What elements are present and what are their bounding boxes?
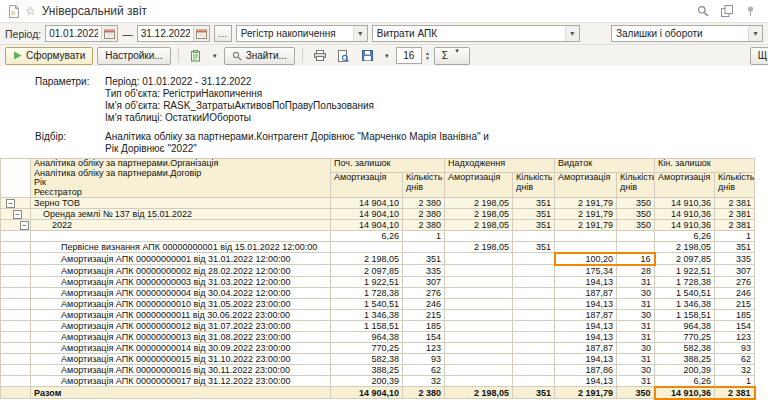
save-icon[interactable] xyxy=(358,47,378,65)
value-cell[interactable]: 335 xyxy=(403,265,445,277)
value-cell[interactable]: 582,38 xyxy=(331,353,403,364)
value-cell[interactable]: 1 922,51 xyxy=(655,265,715,277)
subcolumn-header[interactable]: Кількість днів xyxy=(403,173,445,198)
value-cell[interactable]: 350 xyxy=(617,387,655,399)
value-cell[interactable]: 307 xyxy=(403,276,445,287)
value-cell[interactable] xyxy=(513,309,555,320)
value-cell[interactable]: 351 xyxy=(513,242,555,253)
value-cell[interactable] xyxy=(331,242,403,253)
object-name-select[interactable]: Витрати АПК ▾ xyxy=(372,25,580,42)
object-type-select[interactable]: Регістр накопичення ▾ xyxy=(236,25,368,42)
value-cell[interactable]: 62 xyxy=(403,364,445,375)
value-cell[interactable]: 62 xyxy=(715,353,755,364)
value-cell[interactable]: 14 910,36 xyxy=(655,387,715,399)
value-cell[interactable]: 1 540,51 xyxy=(331,298,403,309)
calendar-icon[interactable] xyxy=(101,26,117,41)
more-button[interactable]: Щ xyxy=(750,47,768,65)
value-cell[interactable]: 1 xyxy=(715,231,755,242)
value-cell[interactable]: 185 xyxy=(715,309,755,320)
value-cell[interactable] xyxy=(617,242,655,253)
value-cell[interactable]: 187,87 xyxy=(555,287,617,298)
value-cell[interactable]: 2 191,79 xyxy=(555,387,617,399)
value-cell[interactable]: 770,25 xyxy=(655,331,715,342)
subcolumn-header[interactable]: Амортизація xyxy=(445,173,513,198)
value-cell[interactable]: 1 728,38 xyxy=(655,276,715,287)
value-cell[interactable]: 187,86 xyxy=(555,364,617,375)
value-cell[interactable]: 2 198,05 xyxy=(331,253,403,265)
precision-spinner[interactable]: ▲▼ xyxy=(425,51,430,61)
row-label-cell[interactable]: Амортизація АПК 00000000017 від 31.12.20… xyxy=(31,375,331,387)
value-cell[interactable]: 194,13 xyxy=(555,276,617,287)
value-cell[interactable]: 123 xyxy=(715,331,755,342)
value-cell[interactable]: 351 xyxy=(513,387,555,399)
value-cell[interactable]: 351 xyxy=(513,198,555,209)
subcolumn-header[interactable]: Амортизація xyxy=(331,173,403,198)
value-cell[interactable]: 31 xyxy=(617,331,655,342)
value-cell[interactable] xyxy=(513,342,555,353)
value-cell[interactable]: 194,13 xyxy=(555,353,617,364)
row-label-cell[interactable]: Разом xyxy=(31,387,331,399)
save-caret[interactable]: ▾ xyxy=(382,47,392,65)
value-cell[interactable]: 194,13 xyxy=(555,320,617,331)
windows-icon[interactable] xyxy=(721,5,733,17)
value-cell[interactable]: 32 xyxy=(715,364,755,375)
row-label-cell[interactable]: Амортизація АПК 00000000011 від 30.06.20… xyxy=(31,309,331,320)
subcolumn-header[interactable]: Амортизація xyxy=(555,173,617,198)
value-cell[interactable]: 2 380 xyxy=(403,387,445,399)
row-label-cell[interactable]: Оренда землі № 137 від 15.01.2022 xyxy=(31,209,331,220)
value-cell[interactable]: 14 904,10 xyxy=(331,220,403,231)
value-cell[interactable]: 14 904,10 xyxy=(331,198,403,209)
value-cell[interactable]: 14 910,36 xyxy=(655,209,715,220)
value-cell[interactable]: 31 xyxy=(617,353,655,364)
value-cell[interactable]: 1 922,51 xyxy=(331,276,403,287)
value-cell[interactable]: 1 728,38 xyxy=(331,287,403,298)
value-cell[interactable] xyxy=(445,309,513,320)
row-label-cell[interactable]: Зерно ТОВ xyxy=(31,198,331,209)
value-cell[interactable]: 185 xyxy=(403,320,445,331)
sum-button[interactable]: Σ ▾ xyxy=(434,47,470,65)
value-cell[interactable]: 175,34 xyxy=(555,265,617,277)
value-cell[interactable]: 2 198,05 xyxy=(445,209,513,220)
value-cell[interactable] xyxy=(513,364,555,375)
value-cell[interactable]: 351 xyxy=(513,220,555,231)
row-label-cell[interactable]: Амортизація АПК 00000000013 від 31.08.20… xyxy=(31,331,331,342)
row-label-cell[interactable]: Амортизація АПК 00000000015 від 31.10.20… xyxy=(31,353,331,364)
date-from-input[interactable] xyxy=(46,26,101,41)
row-label-cell[interactable]: Амортизація АПК 00000000001 від 31.01.20… xyxy=(31,253,331,265)
value-cell[interactable]: 2 198,05 xyxy=(445,198,513,209)
row-label-cell[interactable]: Амортизація АПК 00000000002 від 28.02.20… xyxy=(31,265,331,277)
value-cell[interactable] xyxy=(445,231,513,242)
value-cell[interactable]: 31 xyxy=(617,276,655,287)
row-label-cell[interactable]: Амортизація АПК 00000000010 від 31.05.20… xyxy=(31,298,331,309)
value-cell[interactable]: 14 910,36 xyxy=(655,198,715,209)
value-cell[interactable]: 2 191,79 xyxy=(555,198,617,209)
row-label-cell[interactable]: Амортизація АПК 00000000014 від 30.09.20… xyxy=(31,342,331,353)
value-cell[interactable]: 2 381 xyxy=(715,220,755,231)
value-cell[interactable] xyxy=(445,298,513,309)
value-cell[interactable] xyxy=(555,242,617,253)
value-cell[interactable] xyxy=(445,253,513,265)
value-cell[interactable]: 1 346,38 xyxy=(331,309,403,320)
value-cell[interactable]: 388,25 xyxy=(655,353,715,364)
column-group-header[interactable]: Видаток xyxy=(555,159,655,173)
value-cell[interactable]: 154 xyxy=(715,320,755,331)
value-cell[interactable]: 2 198,05 xyxy=(655,242,715,253)
value-cell[interactable]: 351 xyxy=(403,253,445,265)
period-picker-button[interactable]: … xyxy=(214,25,232,42)
value-cell[interactable]: 31 xyxy=(617,320,655,331)
value-cell[interactable]: 2 381 xyxy=(715,209,755,220)
value-cell[interactable] xyxy=(617,231,655,242)
row-label-cell[interactable]: Амортизація АПК 00000000003 від 31.03.20… xyxy=(31,276,331,287)
collapse-expander-icon[interactable]: − xyxy=(6,199,15,208)
value-cell[interactable] xyxy=(445,287,513,298)
value-cell[interactable]: 154 xyxy=(403,331,445,342)
value-cell[interactable]: 194,13 xyxy=(555,298,617,309)
value-cell[interactable]: 16 xyxy=(617,253,655,265)
value-cell[interactable]: 194,13 xyxy=(555,331,617,342)
calendar-icon[interactable] xyxy=(193,26,209,41)
value-cell[interactable]: 388,25 xyxy=(331,364,403,375)
generate-button[interactable]: Сформувати xyxy=(5,47,93,65)
report-variants-caret[interactable]: ▾ xyxy=(210,47,220,65)
value-cell[interactable] xyxy=(445,265,513,277)
value-cell[interactable]: 100,20 xyxy=(555,253,617,265)
